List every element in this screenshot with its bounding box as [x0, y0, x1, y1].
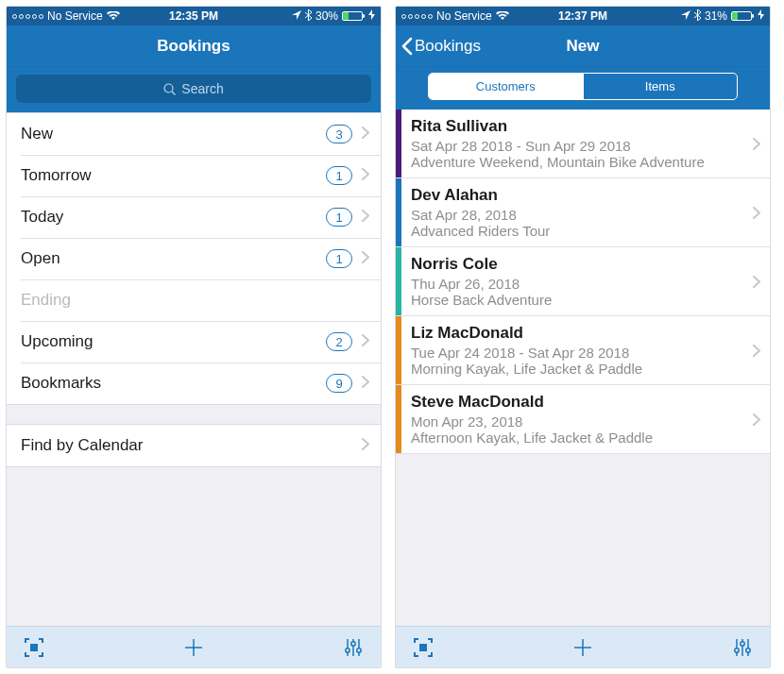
customer-name: Rita Sullivan: [411, 117, 740, 136]
search-container: Search: [7, 67, 381, 112]
toolbar: [396, 626, 770, 667]
chevron-right-icon: [362, 438, 369, 453]
filter-row-open[interactable]: Open1: [7, 238, 381, 279]
add-button[interactable]: [182, 636, 205, 659]
search-icon: [163, 83, 176, 95]
svg-rect-11: [419, 644, 427, 651]
calendar-group: Find by Calendar: [7, 424, 381, 467]
chevron-right-icon: [362, 210, 369, 225]
count-badge: 1: [326, 166, 352, 185]
chevron-right-icon: [362, 334, 369, 349]
navbar: Bookings New: [396, 25, 770, 67]
phone-bookings-list: No Service 12:35 PM 30%: [6, 6, 382, 668]
count-badge: 3: [326, 125, 352, 143]
customer-products: Adventure Weekend, Mountain Bike Adventu…: [411, 154, 740, 170]
count-badge: 9: [326, 374, 352, 393]
customer-name: Dev Alahan: [411, 186, 740, 205]
filter-label: Tomorrow: [21, 166, 92, 185]
customer-name: Liz MacDonald: [411, 324, 740, 343]
customer-name: Norris Cole: [411, 255, 740, 274]
filter-row-upcoming[interactable]: Upcoming2: [7, 321, 381, 362]
add-button[interactable]: [571, 636, 594, 659]
filter-row-bookmarks[interactable]: Bookmarks9: [7, 362, 381, 404]
charging-icon: [758, 9, 764, 23]
status-bar: No Service 12:37 PM 31%: [396, 7, 770, 25]
filter-label: Upcoming: [21, 332, 94, 351]
customer-list[interactable]: Rita SullivanSat Apr 28 2018 - Sun Apr 2…: [396, 110, 770, 626]
wifi-icon: [496, 11, 509, 21]
status-bar: No Service 12:35 PM 30%: [7, 7, 381, 25]
chevron-right-icon: [743, 316, 770, 384]
battery-percent: 31%: [705, 9, 727, 23]
customer-date: Sat Apr 28, 2018: [411, 207, 740, 223]
customer-row[interactable]: Liz MacDonaldTue Apr 24 2018 - Sat Apr 2…: [396, 316, 770, 385]
carrier-label: No Service: [436, 9, 492, 23]
scan-button[interactable]: [413, 637, 434, 658]
segment-customers[interactable]: Customers: [429, 74, 583, 99]
chevron-right-icon: [743, 110, 770, 177]
signal-dots-icon: [12, 14, 43, 19]
wifi-icon: [107, 11, 120, 21]
location-icon: [292, 9, 301, 23]
battery-icon: [731, 11, 752, 21]
scan-button[interactable]: [24, 637, 44, 658]
customer-name: Steve MacDonald: [411, 393, 740, 412]
customer-date: Sat Apr 28 2018 - Sun Apr 29 2018: [411, 138, 740, 154]
list-area[interactable]: New3Tomorrow1Today1Open1EndingUpcoming2B…: [7, 112, 381, 626]
chevron-right-icon: [362, 251, 369, 266]
settings-sliders-button[interactable]: [732, 637, 753, 658]
customer-products: Morning Kayak, Life Jacket & Paddle: [411, 361, 740, 377]
chevron-right-icon: [743, 178, 770, 246]
svg-point-0: [164, 84, 173, 93]
customer-products: Afternoon Kayak, Life Jacket & Paddle: [411, 430, 740, 446]
svg-rect-2: [30, 644, 38, 651]
chevron-right-icon: [743, 247, 770, 315]
filter-label: New: [21, 125, 53, 143]
customer-row[interactable]: Norris ColeThu Apr 26, 2018Horse Back Ad…: [396, 247, 770, 316]
settings-sliders-button[interactable]: [343, 637, 364, 658]
bluetooth-icon: [694, 9, 701, 24]
chevron-right-icon: [362, 168, 369, 183]
segmented-container: Customers Items: [396, 67, 770, 110]
chevron-right-icon: [362, 126, 369, 142]
filter-label: Bookmarks: [21, 374, 101, 393]
svg-line-1: [172, 92, 176, 95]
filter-row-tomorrow[interactable]: Tomorrow1: [7, 155, 381, 196]
count-badge: 1: [326, 208, 352, 227]
svg-point-19: [746, 648, 750, 651]
search-input[interactable]: Search: [16, 75, 371, 103]
navbar: Bookings: [7, 25, 381, 67]
filter-label: Today: [21, 208, 63, 227]
filter-row-ending: Ending: [7, 279, 381, 321]
location-icon: [681, 9, 690, 23]
toolbar: [7, 626, 381, 667]
chevron-right-icon: [362, 376, 369, 391]
filter-row-new[interactable]: New3: [7, 113, 381, 155]
customer-row[interactable]: Rita SullivanSat Apr 28 2018 - Sun Apr 2…: [396, 110, 770, 178]
customer-date: Thu Apr 26, 2018: [411, 276, 740, 292]
filter-row-today[interactable]: Today1: [7, 196, 381, 238]
back-button[interactable]: Bookings: [401, 25, 481, 66]
chevron-right-icon: [743, 385, 770, 453]
battery-icon: [342, 11, 363, 21]
charging-icon: [368, 9, 375, 23]
svg-point-8: [346, 648, 349, 651]
find-by-calendar-row[interactable]: Find by Calendar: [7, 425, 381, 466]
page-title: Bookings: [157, 37, 230, 56]
bluetooth-icon: [305, 9, 312, 24]
filter-label: Open: [21, 249, 60, 268]
count-badge: 1: [326, 249, 352, 268]
filter-label: Ending: [21, 291, 71, 310]
battery-percent: 30%: [315, 9, 338, 23]
chevron-left-icon: [401, 37, 413, 56]
search-placeholder: Search: [181, 81, 223, 96]
segment-items[interactable]: Items: [584, 74, 738, 99]
segmented-control: Customers Items: [428, 73, 738, 100]
svg-point-18: [741, 641, 744, 645]
customer-row[interactable]: Dev AlahanSat Apr 28, 2018Advanced Rider…: [396, 178, 770, 247]
customer-products: Advanced Riders Tour: [411, 223, 740, 239]
page-title: New: [567, 37, 600, 56]
filter-list: New3Tomorrow1Today1Open1EndingUpcoming2B…: [7, 112, 381, 405]
customer-row[interactable]: Steve MacDonaldMon Apr 23, 2018Afternoon…: [396, 385, 770, 454]
customer-date: Tue Apr 24 2018 - Sat Apr 28 2018: [411, 345, 740, 361]
